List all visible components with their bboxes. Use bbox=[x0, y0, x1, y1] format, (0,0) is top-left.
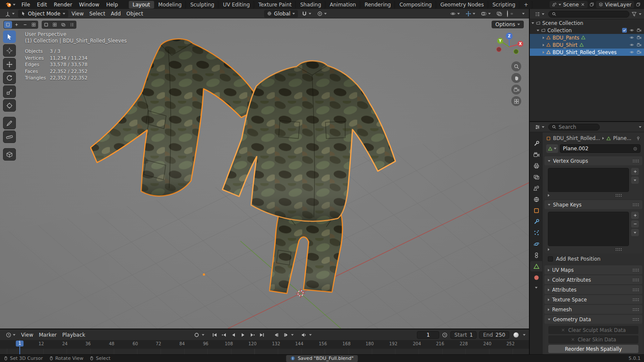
xray-toggle[interactable] bbox=[494, 10, 504, 17]
tab-physics[interactable] bbox=[530, 239, 542, 249]
blender-menu-button[interactable] bbox=[3, 1, 18, 8]
reorder-mesh-spatially-button[interactable]: Reorder Mesh Spatially bbox=[548, 345, 638, 353]
more-tabs-chevron-icon[interactable] bbox=[535, 287, 538, 289]
step-back-button[interactable] bbox=[272, 331, 281, 339]
resize-grip-icon[interactable] bbox=[615, 248, 622, 251]
tab-render[interactable] bbox=[530, 149, 542, 160]
tool-rotate[interactable] bbox=[3, 72, 16, 84]
timeline-ruler[interactable]: 12 24 36 48 60 72 84 96 108 120 132 144 … bbox=[0, 340, 529, 354]
datablock-browse-button[interactable] bbox=[546, 144, 558, 153]
options-dropdown[interactable]: Options bbox=[492, 21, 524, 28]
add-workspace-button[interactable]: + bbox=[520, 1, 532, 9]
pin-icon[interactable] bbox=[636, 136, 641, 141]
select-mode-subtract-button[interactable] bbox=[21, 21, 29, 28]
properties-search-input[interactable]: Search bbox=[548, 124, 600, 131]
tab-shading[interactable]: Shading bbox=[296, 1, 325, 9]
saved-notification[interactable]: Saved "BDU_Full.blend" bbox=[286, 355, 358, 362]
eye-icon[interactable] bbox=[629, 50, 634, 55]
tool-annotate[interactable] bbox=[3, 117, 16, 129]
new-viewlayer-icon[interactable] bbox=[636, 2, 641, 7]
menu-edit[interactable]: Edit bbox=[34, 1, 50, 9]
menu-window[interactable]: Window bbox=[76, 1, 102, 9]
play-button[interactable] bbox=[239, 331, 247, 339]
menu-file[interactable]: File bbox=[18, 1, 33, 9]
tool-cursor[interactable] bbox=[3, 44, 16, 57]
tab-modifiers[interactable] bbox=[530, 216, 542, 227]
camera-icon[interactable] bbox=[637, 35, 641, 40]
gizmo-neg-x-axis[interactable] bbox=[497, 47, 501, 52]
add-shape-key-button[interactable] bbox=[631, 212, 639, 219]
proportional-editing-toggle[interactable] bbox=[315, 10, 329, 17]
tab-sculpting[interactable]: Sculpting bbox=[186, 1, 219, 9]
play-reverse-button[interactable] bbox=[229, 331, 238, 339]
eye-icon[interactable] bbox=[629, 28, 634, 33]
tool-scale[interactable] bbox=[3, 85, 16, 98]
prev-keyframe-button[interactable] bbox=[220, 331, 228, 339]
eye-icon[interactable] bbox=[629, 43, 634, 47]
expand-icon[interactable] bbox=[532, 22, 534, 24]
datablock-name-input[interactable]: Plane.002 bbox=[560, 144, 641, 153]
shading-wireframe-button[interactable] bbox=[506, 10, 509, 18]
shape-key-specials-button[interactable] bbox=[631, 229, 639, 236]
panel-vertex-groups[interactable]: Vertex Groups bbox=[544, 156, 642, 165]
tab-layout[interactable]: Layout bbox=[129, 1, 154, 9]
panel-grip-icon[interactable] bbox=[632, 308, 639, 311]
tab-scripting[interactable]: Scripting bbox=[489, 1, 519, 9]
playhead-frame-label[interactable]: 1 bbox=[16, 341, 24, 347]
panel-remesh[interactable]: Remesh bbox=[544, 305, 642, 314]
tab-uv-editing[interactable]: UV Editing bbox=[219, 1, 254, 9]
frame-end-field[interactable]: End 250 bbox=[479, 331, 509, 339]
tab-world[interactable] bbox=[530, 194, 542, 204]
tool-option-3-button[interactable] bbox=[59, 21, 67, 28]
breadcrumb-object[interactable]: BDU_Shirt_Rolled... bbox=[553, 135, 600, 141]
menu-help[interactable]: Help bbox=[103, 1, 121, 9]
unlink-icon[interactable] bbox=[580, 2, 585, 7]
outliner-row-bdu-shirt[interactable]: BDU_Shirt bbox=[530, 41, 644, 49]
remove-shape-key-button[interactable] bbox=[631, 220, 639, 228]
outliner-row-bdu-pants[interactable]: BDU_Pants bbox=[530, 34, 644, 41]
snap-toggle[interactable] bbox=[299, 10, 313, 17]
menu-render[interactable]: Render bbox=[51, 1, 75, 9]
vertex-groups-list[interactable] bbox=[548, 168, 629, 192]
menu-view[interactable]: View bbox=[70, 10, 86, 17]
tool-option-1-button[interactable] bbox=[42, 21, 50, 28]
clear-skin-data-button[interactable]: Clear Skin Data bbox=[548, 335, 638, 344]
tool-transform[interactable] bbox=[3, 99, 16, 112]
viewlayer-selector[interactable]: ViewLayer bbox=[596, 1, 634, 8]
gizmo-neg-y-axis[interactable] bbox=[514, 49, 519, 54]
tool-move[interactable] bbox=[3, 58, 16, 70]
list-filter-expand-icon[interactable] bbox=[548, 248, 550, 251]
shape-keys-list[interactable] bbox=[548, 212, 629, 246]
timeline-track[interactable] bbox=[0, 349, 529, 354]
scene-selector[interactable]: Scene bbox=[550, 1, 588, 8]
list-filter-expand-icon[interactable] bbox=[548, 194, 550, 197]
mode-dropdown[interactable]: Object Mode bbox=[18, 10, 68, 18]
pan-button[interactable] bbox=[511, 73, 521, 83]
playback-sync-button[interactable] bbox=[300, 331, 308, 339]
expand-icon[interactable] bbox=[543, 51, 544, 54]
visibility-dropdown[interactable] bbox=[448, 10, 462, 17]
filter-funnel-icon[interactable] bbox=[631, 11, 637, 17]
overlays-dropdown[interactable] bbox=[479, 10, 493, 17]
panel-grip-icon[interactable] bbox=[632, 318, 639, 321]
menu-object[interactable]: Object bbox=[124, 10, 145, 17]
tool-option-2-button[interactable] bbox=[51, 21, 59, 28]
outliner-search-input[interactable] bbox=[548, 11, 629, 18]
shading-rendered-button[interactable] bbox=[518, 13, 521, 15]
shading-material-button[interactable] bbox=[514, 13, 517, 15]
auto-keying-toggle[interactable] bbox=[192, 331, 201, 339]
step-forward-button[interactable] bbox=[282, 331, 290, 339]
outliner-row-scene-collection[interactable]: Scene Collection bbox=[530, 19, 644, 27]
outliner-editor-type-button[interactable] bbox=[532, 11, 547, 18]
zoom-button[interactable] bbox=[511, 61, 521, 71]
tab-output[interactable] bbox=[530, 161, 542, 171]
new-scene-icon[interactable] bbox=[589, 2, 594, 7]
tab-animation[interactable]: Animation bbox=[326, 1, 360, 9]
panel-texture-space[interactable]: Texture Space bbox=[544, 295, 642, 304]
editor-type-button[interactable] bbox=[3, 10, 17, 17]
ortho-toggle-button[interactable] bbox=[511, 96, 521, 106]
tool-add-cube[interactable] bbox=[3, 148, 16, 161]
panel-grip-icon[interactable] bbox=[632, 278, 639, 281]
tool-measure[interactable] bbox=[3, 131, 16, 143]
menu-add[interactable]: Add bbox=[109, 10, 123, 17]
